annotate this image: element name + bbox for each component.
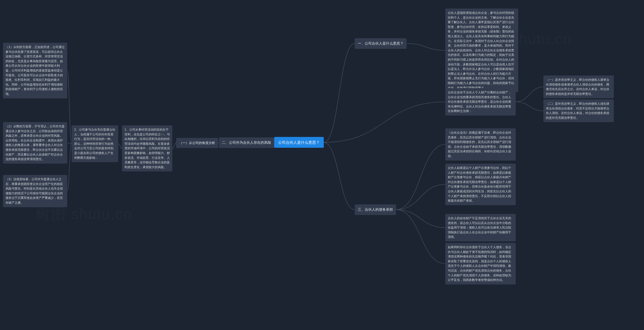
node-r2-leadin[interactable]: 合伙企业有于合伙人个人财产分离的合伙财产，合伙企业当然要承担清偿其债务的责任。合… (445, 88, 516, 116)
root-node[interactable]: 公司合伙人是什么意思？ (274, 137, 324, 148)
node-r2-sub2[interactable]: （二）是补充连带主义，即合伙的债权人须先请求合伙清偿合伙债务，对其不足部分才能请… (543, 99, 614, 122)
node-l1-leaf2[interactable]: （2）从弊的方面看，不可否认，公司作为普通合伙人参与合伙之后，公司除自身的经营风… (3, 122, 67, 164)
node-l1-g2[interactable]: 2、公司参与合伙充任普通合伙人，当然属于公司的对外投资行为，是其经营活动的一种。… (72, 125, 118, 162)
node-l1-leaf1[interactable]: （1）从利的方面看，正如前所述，公司通过参与合伙拓展了投资渠道，可以获得合伙企业… (3, 43, 67, 98)
branch-r3-title[interactable]: 三、合伙人的债务承担 (355, 204, 396, 215)
node-r2-sub1[interactable]: （一）是并存连带主义，即合伙的债权人请求合伙清偿债务或者请求合伙人清偿合伙的债务… (543, 76, 614, 98)
node-r3-p3[interactable]: 合伙人的自有财产不足清偿其于合伙企业无关的债务的，该合伙人可以以其从合伙企业中分… (445, 214, 516, 241)
node-l1-g1[interactable]: 1、公司从事经营活动的目的在于营利，这也是公司的特征之一。与此相随的，任何以营利… (122, 125, 172, 171)
node-r3-p2[interactable]: 合伙人如果是以个人财产出资参与合伙，则以个人财产对合伙债务承担无限责任；如果是以… (445, 164, 516, 205)
node-r1-text[interactable]: 合伙人是指投资组成合伙企业，参与合伙经营的组织和个人，是合伙企业的主体。了解合伙… (445, 9, 518, 92)
watermark-text: shutu.cn (511, 30, 572, 48)
node-r3-p1[interactable]: 《合伙企业法》的规定属于后者，即合伙企业对其债务，应先以其全部财产进行清偿。合伙… (445, 128, 516, 161)
branch-l1-sub[interactable]: （一）从公司的角度分析 (176, 138, 218, 148)
branch-l1-title[interactable]: 二、公司作为合伙人存在的风险 (219, 137, 274, 148)
node-l1-leaf3[interactable]: （3）这就意味着，公司作为普通合伙人之后，将要承担因投资合伙企业而产生的相应风险… (3, 175, 67, 207)
node-r3-p4[interactable]: 如果同时存在合伙债务于合伙人个人债务，当合伙与合伙人都处于资不抵债的情况时，如何… (445, 243, 516, 284)
branch-r1-title[interactable]: 一、公司合伙人是什么意思？ (355, 38, 407, 49)
connector-lines (0, 0, 644, 330)
